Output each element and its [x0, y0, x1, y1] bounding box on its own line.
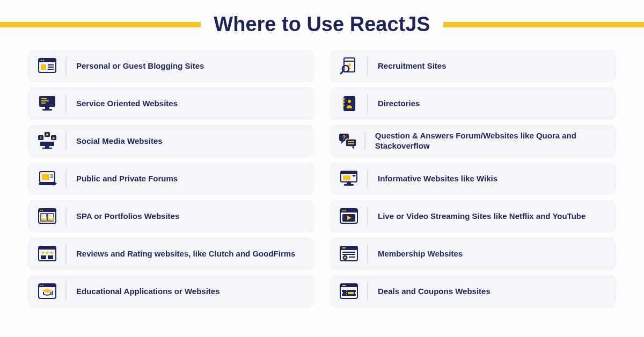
card-divider: [367, 207, 368, 226]
svg-point-58: [345, 210, 346, 211]
card-divider: [65, 244, 67, 263]
svg-rect-4: [41, 64, 46, 70]
card-reviews: Reviews and Rating websites, like Clutch…: [28, 238, 314, 270]
social-media-icon: f: [35, 132, 59, 150]
monitor-code-icon: [35, 95, 59, 112]
card-label: Directories: [378, 99, 424, 109]
svg-point-3: [43, 60, 44, 61]
card-membership: Membership Websites: [330, 238, 616, 270]
accent-bar-right: [443, 22, 644, 27]
svg-rect-34: [346, 139, 356, 146]
svg-rect-29: [40, 142, 54, 146]
svg-point-57: [342, 210, 343, 211]
card-label: Membership Websites: [378, 249, 467, 259]
svg-rect-19: [343, 96, 355, 111]
accent-bar-left: [0, 22, 201, 27]
svg-rect-30: [45, 146, 49, 148]
wiki-monitor-icon: [337, 170, 361, 187]
portfolio-gallery-icon: [35, 208, 59, 224]
svg-point-49: [40, 210, 41, 211]
card-divider: [367, 282, 368, 301]
svg-rect-80: [348, 292, 354, 294]
card-label: Service Oriented Websites: [76, 99, 182, 109]
title-header: Where to Use ReactJS: [0, 0, 644, 36]
card-divider: [65, 282, 67, 301]
card-label: SPA or Portfolios Websites: [76, 211, 184, 222]
card-divider: [367, 56, 368, 76]
svg-rect-20: [342, 98, 345, 100]
svg-point-25: [46, 134, 48, 136]
svg-point-73: [40, 285, 41, 286]
card-label: Question & Answers Forum/Websites like Q…: [375, 131, 609, 151]
qa-chat-icon: ?: [337, 133, 358, 150]
svg-rect-22: [342, 105, 345, 106]
svg-rect-31: [42, 148, 52, 149]
svg-rect-44: [343, 175, 350, 180]
membership-star-icon: [337, 246, 361, 262]
svg-point-50: [42, 210, 43, 211]
card-forums: Public and Private Forums: [28, 163, 314, 195]
svg-rect-66: [342, 247, 346, 248]
page-title: Where to Use ReactJS: [214, 13, 430, 36]
card-deals: Deals and Coupons Websites: [330, 275, 616, 307]
card-social: f Social Media Websites: [28, 125, 314, 157]
svg-rect-41: [39, 182, 56, 185]
video-play-icon: [337, 208, 361, 224]
svg-rect-43: [341, 171, 357, 174]
card-label: Live or Video Streaming Sites like Netfl…: [378, 211, 590, 222]
card-divider: [65, 94, 67, 113]
card-label: Reviews and Rating websites, like Clutch…: [76, 249, 299, 259]
card-label: Public and Private Forums: [76, 174, 182, 184]
card-divider: [65, 169, 67, 188]
card-directories: Directories: [330, 87, 616, 120]
card-divider: [367, 244, 368, 263]
svg-point-52: [42, 215, 44, 217]
forum-slide-icon: [35, 171, 59, 187]
card-service: Service Oriented Websites: [28, 87, 314, 120]
card-label: Social Media Websites: [76, 136, 167, 146]
card-divider: [65, 207, 67, 226]
card-divider: [367, 94, 368, 113]
svg-rect-61: [39, 246, 56, 250]
coupon-ticket-icon: [337, 283, 361, 299]
browser-lines-icon: [35, 58, 59, 74]
resume-search-icon: [337, 57, 361, 75]
directory-book-icon: [337, 95, 361, 112]
svg-point-23: [348, 100, 351, 103]
card-divider: [65, 131, 67, 151]
card-label: Educational Applications or Websites: [76, 287, 224, 297]
svg-line-12: [341, 71, 343, 74]
card-divider: [364, 131, 365, 151]
svg-text:?: ?: [342, 135, 345, 141]
card-divider: [65, 56, 67, 76]
reviews-stars-icon: [35, 246, 59, 262]
card-qa-forum: ? Question & Answers Forum/Websites like…: [330, 125, 616, 157]
card-label: Personal or Guest Blogging Sites: [76, 61, 208, 71]
use-cases-grid: Personal or Guest Blogging Sites Recruit…: [0, 36, 644, 307]
card-recruitment: Recruitment Sites: [330, 50, 616, 82]
card-education: Educational Applications or Websites: [28, 275, 314, 307]
svg-rect-21: [342, 101, 345, 103]
svg-rect-17: [45, 107, 49, 109]
card-blogging: Personal or Guest Blogging Sites: [28, 50, 314, 82]
svg-rect-45: [347, 182, 351, 184]
card-streaming: Live or Video Streaming Sites like Netfl…: [330, 200, 616, 232]
card-label: Recruitment Sites: [378, 61, 451, 71]
svg-rect-63: [48, 255, 53, 259]
svg-rect-18: [42, 109, 52, 111]
svg-rect-38: [42, 174, 49, 180]
card-spa-portfolio: SPA or Portfolios Websites: [28, 200, 314, 232]
card-label: Deals and Coupons Websites: [378, 287, 495, 297]
svg-rect-62: [41, 255, 46, 259]
svg-rect-78: [342, 285, 346, 286]
education-cap-icon: [35, 283, 59, 299]
svg-rect-46: [344, 184, 354, 186]
svg-point-54: [49, 215, 51, 217]
card-label: Informative Websites like Wikis: [378, 174, 502, 184]
card-wiki: Informative Websites like Wikis: [330, 163, 616, 195]
card-divider: [367, 169, 368, 188]
svg-point-2: [41, 60, 42, 61]
svg-point-74: [42, 285, 43, 286]
